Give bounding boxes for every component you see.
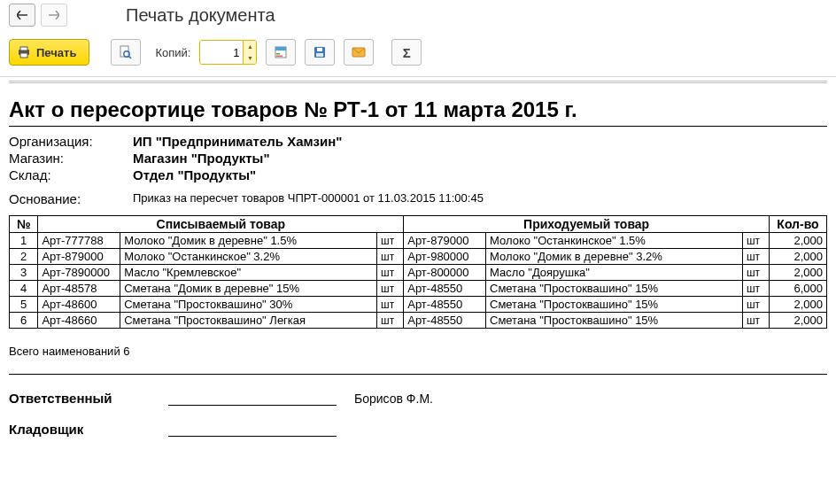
out-unit: шт <box>377 297 404 313</box>
table-row: 4Арт-48578Сметана "Домик в деревне" 15%ш… <box>10 281 827 297</box>
out-article: Арт-777788 <box>38 233 120 249</box>
print-button[interactable]: Печать <box>9 39 89 66</box>
copies-input[interactable] <box>200 41 243 64</box>
sheet-area: Акт о пересортице товаров № РТ-1 от 11 м… <box>0 76 836 437</box>
out-article: Арт-48600 <box>38 297 120 313</box>
in-article: Арт-800000 <box>404 265 486 281</box>
svg-rect-2 <box>20 53 27 58</box>
qty: 2,000 <box>770 313 827 329</box>
out-unit: шт <box>377 313 404 329</box>
row-num: 1 <box>10 233 38 249</box>
table-row: 2Арт-879000Молоко "Останкинское" 3.2%штА… <box>10 249 827 265</box>
responsible-name: Борисов Ф.М. <box>354 392 433 406</box>
org-label: Организация: <box>9 134 133 149</box>
out-name: Масло "Кремлевское" <box>120 265 377 281</box>
in-name: Молоко "Останкинское" 1.5% <box>486 233 743 249</box>
printer-icon <box>17 46 31 58</box>
chevron-up-icon[interactable]: ▲ <box>244 41 256 52</box>
out-unit: шт <box>377 249 404 265</box>
th-num: № <box>10 216 38 233</box>
out-article: Арт-48660 <box>38 313 120 329</box>
in-name: Сметана "Простоквашино" 15% <box>486 297 743 313</box>
template-button[interactable] <box>266 39 296 66</box>
svg-rect-7 <box>275 47 286 50</box>
row-num: 6 <box>10 313 38 329</box>
table-row: 6Арт-48660Сметана "Простоквашино" Легкая… <box>10 313 827 329</box>
in-article: Арт-48550 <box>404 313 486 329</box>
nav-back-button[interactable] <box>9 4 35 27</box>
svg-rect-8 <box>276 53 280 55</box>
sum-button[interactable]: Σ <box>391 39 422 66</box>
totals-text: Всего наименований 6 <box>9 345 827 358</box>
org-value: ИП "Предприниматель Хамзин" <box>133 134 342 149</box>
svg-rect-11 <box>317 48 322 51</box>
qty: 6,000 <box>770 281 827 297</box>
in-unit: шт <box>742 265 769 281</box>
basis-value: Приказ на пересчет товаров ЧПРТ-000001 о… <box>133 191 484 206</box>
qty: 2,000 <box>770 249 827 265</box>
warehouse-value: Отдел "Продукты" <box>133 167 256 182</box>
qty: 2,000 <box>770 233 827 249</box>
warehouse-row: Склад: Отдел "Продукты" <box>9 167 827 182</box>
magnifier-page-icon <box>119 45 133 59</box>
table-header-row: № Списываемый товар Приходуемый товар Ко… <box>10 216 827 233</box>
toolbar: Печать Копий: ▲ ▼ <box>0 32 836 73</box>
qty: 2,000 <box>770 297 827 313</box>
table-row: 5Арт-48600Сметана "Простоквашино" 30%штА… <box>10 297 827 313</box>
out-name: Сметана "Домик в деревне" 15% <box>120 281 377 297</box>
out-article: Арт-48578 <box>38 281 120 297</box>
table-row: 3Арт-7890000Масло "Кремлевское"штАрт-800… <box>10 265 827 281</box>
qty: 2,000 <box>770 265 827 281</box>
th-incoming: Приходуемый товар <box>404 216 770 233</box>
nav-forward-button[interactable] <box>41 4 67 27</box>
in-unit: шт <box>742 297 769 313</box>
org-row: Организация: ИП "Предприниматель Хамзин" <box>9 134 827 149</box>
svg-rect-1 <box>20 47 27 50</box>
in-name: Молоко "Домик в деревне" 3.2% <box>486 249 743 265</box>
preview-button[interactable] <box>111 39 141 66</box>
mail-icon <box>352 47 366 58</box>
copies-label: Копий: <box>155 46 190 59</box>
signature-separator <box>9 374 827 375</box>
arrow-right-icon <box>49 11 59 19</box>
svg-rect-12 <box>316 53 323 57</box>
title-separator <box>9 126 827 127</box>
in-article: Арт-48550 <box>404 281 486 297</box>
sigma-icon: Σ <box>403 45 411 60</box>
th-outgoing: Списываемый товар <box>38 216 404 233</box>
basis-label: Основание: <box>9 191 133 206</box>
storekeeper-sign-row: Кладовщик <box>9 420 827 437</box>
chevron-down-icon[interactable]: ▼ <box>244 52 256 64</box>
document-title: Акт о пересортице товаров № РТ-1 от 11 м… <box>9 97 827 122</box>
warehouse-label: Склад: <box>9 167 133 182</box>
storekeeper-sign-line <box>168 420 337 437</box>
store-label: Магазин: <box>9 151 133 166</box>
table-row: 1Арт-777788Молоко "Домик в деревне" 1.5%… <box>10 233 827 249</box>
copies-stepper[interactable]: ▲ ▼ <box>199 40 257 65</box>
template-icon <box>274 45 288 59</box>
storekeeper-label: Кладовщик <box>9 422 168 437</box>
in-article: Арт-48550 <box>404 297 486 313</box>
in-unit: шт <box>742 281 769 297</box>
copies-spinner[interactable]: ▲ ▼ <box>243 41 256 64</box>
goods-table: № Списываемый товар Приходуемый товар Ко… <box>9 215 827 329</box>
basis-row: Основание: Приказ на пересчет товаров ЧП… <box>9 191 827 206</box>
in-name: Сметана "Простоквашино" 15% <box>486 281 743 297</box>
out-unit: шт <box>377 265 404 281</box>
in-name: Масло "Доярушка" <box>486 265 743 281</box>
row-num: 5 <box>10 297 38 313</box>
out-article: Арт-879000 <box>38 249 120 265</box>
send-mail-button[interactable] <box>344 39 374 66</box>
save-button[interactable] <box>305 39 335 66</box>
in-name: Сметана "Простоквашино" 15% <box>486 313 743 329</box>
responsible-sign-line <box>168 389 337 406</box>
responsible-sign-row: Ответственный Борисов Ф.М. <box>9 389 827 406</box>
print-button-label: Печать <box>36 46 76 59</box>
out-article: Арт-7890000 <box>38 265 120 281</box>
out-unit: шт <box>377 233 404 249</box>
row-num: 4 <box>10 281 38 297</box>
responsible-label: Ответственный <box>9 391 168 406</box>
floppy-icon <box>313 45 327 59</box>
th-qty: Кол-во <box>770 216 827 233</box>
document-sheet: Акт о пересортице товаров № РТ-1 от 11 м… <box>9 81 827 437</box>
